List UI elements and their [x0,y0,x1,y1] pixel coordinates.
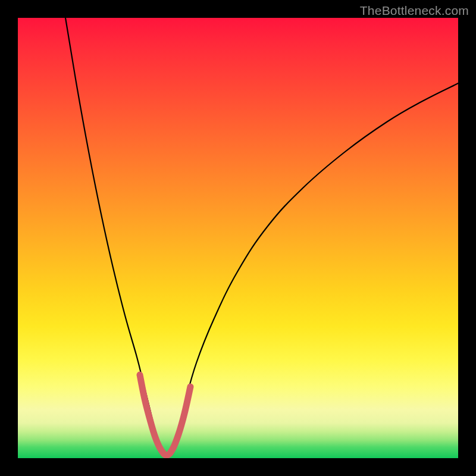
plot-area [18,18,458,458]
highlight-segment [140,375,190,455]
curve-layer [18,18,458,458]
chart-stage: TheBottleneck.com [0,0,476,476]
bottleneck-curve [65,18,458,455]
watermark-label: TheBottleneck.com [360,4,469,18]
